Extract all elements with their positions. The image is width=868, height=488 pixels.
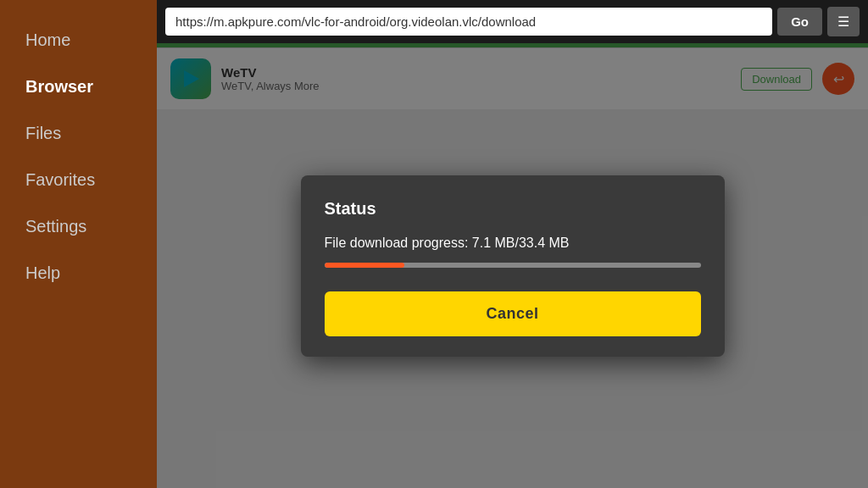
url-input[interactable] <box>165 8 772 36</box>
sidebar-item-files[interactable]: Files <box>0 110 157 157</box>
sidebar-item-help[interactable]: Help <box>0 250 157 297</box>
cancel-button[interactable]: Cancel <box>325 291 701 336</box>
modal-overlay: Status File download progress: 7.1 MB/33… <box>157 43 868 488</box>
address-bar: Go ☰ <box>157 0 868 43</box>
progress-bar-fill <box>325 263 405 268</box>
browser-content: ☰ Ʌ ppkpure 🔍 Home » Apps » Video Player… <box>157 43 868 488</box>
go-button[interactable]: Go <box>777 8 822 36</box>
sidebar-item-browser[interactable]: Browser <box>0 64 157 110</box>
status-modal: Status File download progress: 7.1 MB/33… <box>301 175 725 357</box>
hamburger-icon: ☰ <box>837 14 849 29</box>
modal-title: Status <box>325 199 701 219</box>
main-content: Go ☰ ☰ Ʌ ppkpure 🔍 Home » Apps » Video P… <box>157 0 868 488</box>
browser-menu-button[interactable]: ☰ <box>827 7 860 36</box>
sidebar-item-home[interactable]: Home <box>0 17 157 64</box>
sidebar: Home Browser Files Favorites Settings He… <box>0 0 157 488</box>
progress-text: File download progress: 7.1 MB/33.4 MB <box>325 236 701 251</box>
sidebar-item-settings[interactable]: Settings <box>0 203 157 250</box>
progress-bar-container <box>325 263 701 268</box>
sidebar-item-favorites[interactable]: Favorites <box>0 157 157 203</box>
